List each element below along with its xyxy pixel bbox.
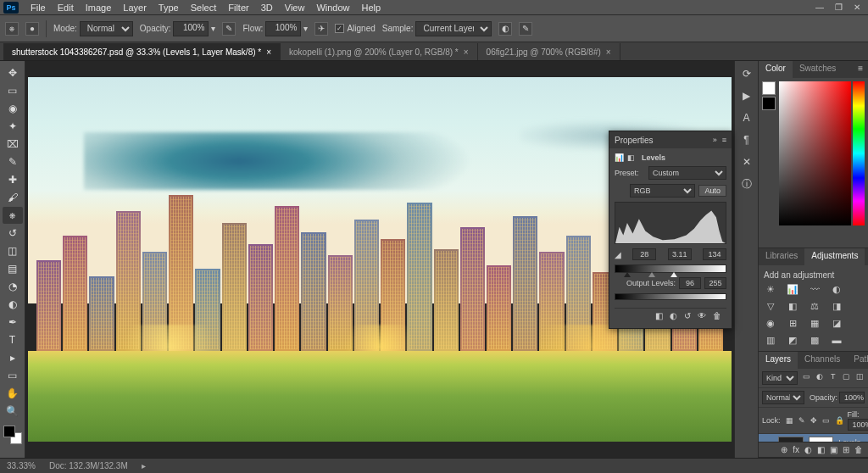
prop-footer-btn-1[interactable]: ◐ [670, 311, 677, 320]
tool-eyedropper[interactable]: ✎ [3, 153, 23, 170]
win-close-icon[interactable]: ✕ [849, 3, 865, 12]
mode-select[interactable]: Normal [80, 21, 133, 36]
layer-footer-btn-1[interactable]: fx [793, 445, 799, 454]
opacity-input[interactable]: 100% [173, 21, 209, 36]
tool-move[interactable]: ✥ [3, 64, 23, 81]
win-minimize-icon[interactable]: — [812, 3, 827, 12]
bg-swatch[interactable] [762, 97, 776, 110]
layer-footer-btn-0[interactable]: ⊕ [781, 445, 787, 454]
blend-mode-select[interactable]: Normal [762, 391, 804, 404]
input-gradient[interactable] [615, 264, 726, 273]
filter-pixel-icon[interactable]: ▭ [801, 372, 811, 384]
prop-footer-btn-0[interactable]: ◧ [655, 311, 663, 320]
tool-eraser[interactable]: ◫ [3, 242, 23, 259]
panel-info-icon[interactable]: ⓘ [739, 176, 754, 192]
tab-adjustments[interactable]: Adjustments [804, 248, 865, 265]
adj-invert-icon[interactable]: ◪ [830, 317, 843, 329]
adj-hue-icon[interactable]: ◧ [786, 300, 799, 312]
tool-type[interactable]: T [3, 331, 23, 348]
tool-hand[interactable]: ✋ [3, 385, 23, 402]
menu-edit[interactable]: Edit [53, 3, 79, 13]
tab-styles[interactable]: Styles [865, 248, 868, 265]
prop-footer-btn-3[interactable]: 👁 [698, 311, 706, 320]
layer-footer-btn-2[interactable]: ◐ [804, 445, 812, 454]
lock-pixels-icon[interactable]: ▦ [786, 416, 793, 425]
tool-path-select[interactable]: ▸ [3, 349, 23, 366]
input-white[interactable] [703, 248, 726, 260]
fg-color[interactable] [3, 426, 15, 437]
doc-size[interactable]: Doc: 132.3M/132.3M [49, 461, 128, 470]
ignore-adj-icon[interactable]: ◐ [498, 22, 512, 36]
filter-smart-icon[interactable]: ◫ [854, 372, 865, 384]
color-field[interactable] [779, 81, 851, 225]
flow-dropdown-icon[interactable]: ▾ [303, 24, 308, 33]
menu-image[interactable]: Image [81, 3, 117, 13]
lock-artboard-icon[interactable]: ▭ [822, 416, 830, 425]
preset-select[interactable]: Custom [648, 166, 726, 180]
panel-actions-icon[interactable]: ▶ [739, 88, 754, 103]
filter-shape-icon[interactable]: ▢ [842, 372, 852, 384]
tab-libraries[interactable]: Libraries [759, 248, 804, 265]
menu-filter[interactable]: Filter [223, 3, 253, 13]
menu-select[interactable]: Select [186, 3, 222, 13]
adj-lut-icon[interactable]: ▦ [808, 317, 821, 329]
tab-layers[interactable]: Layers [759, 352, 798, 369]
lock-move-icon[interactable]: ✥ [810, 416, 817, 425]
filter-type-icon[interactable]: T [828, 372, 838, 384]
filter-adj-icon[interactable]: ◐ [815, 372, 825, 384]
layer-footer-btn-4[interactable]: ▣ [830, 445, 837, 454]
tool-crop[interactable]: ⌧ [3, 136, 23, 153]
aligned-checkbox[interactable]: ✓ Aligned [335, 24, 375, 33]
panel-history-icon[interactable]: ⟳ [739, 66, 754, 81]
adj-colorbal-icon[interactable]: ⚖ [808, 300, 821, 312]
airbrush-icon[interactable]: ✈ [314, 22, 328, 36]
adj-poster-icon[interactable]: ▥ [764, 334, 777, 346]
panel-brush-settings-icon[interactable]: ✕ [739, 154, 754, 170]
layer-footer-btn-6[interactable]: 🗑 [854, 445, 863, 454]
input-mid[interactable] [668, 248, 692, 260]
panel-menu-icon[interactable]: ≡ [722, 136, 726, 144]
adj-mixer-icon[interactable]: ⊞ [786, 317, 799, 329]
layer-levels-1[interactable]: 👁📊Levels 1 [759, 434, 868, 442]
prop-footer-btn-4[interactable]: 🗑 [713, 311, 721, 320]
adj-gradmap-icon[interactable]: ▬ [830, 334, 843, 346]
document-tab-0[interactable]: shutterstock 1043386267.psd @ 33.3% (Lev… [3, 43, 281, 60]
lock-brush-icon[interactable]: ✎ [798, 416, 805, 425]
hue-slider[interactable] [853, 81, 865, 225]
menu-file[interactable]: File [25, 3, 51, 13]
tool-brush[interactable]: 🖌 [3, 189, 23, 206]
tab-swatches[interactable]: Swatches [793, 61, 843, 78]
color-swatches[interactable] [3, 426, 22, 444]
menu-window[interactable]: Window [311, 3, 354, 13]
close-icon[interactable]: × [464, 47, 469, 57]
tool-history-brush[interactable]: ↺ [3, 225, 23, 242]
panel-menu-icon[interactable]: ≡ [853, 61, 868, 78]
pressure-opacity-icon[interactable]: ✎ [222, 22, 236, 36]
tool-shape[interactable]: ▭ [3, 367, 23, 384]
collapse-icon[interactable]: » [713, 136, 717, 144]
menu-view[interactable]: View [280, 3, 310, 13]
tool-pen[interactable]: ✒ [3, 314, 23, 331]
layer-footer-btn-5[interactable]: ⊞ [843, 445, 849, 454]
sample-select[interactable]: Current Layer [415, 21, 492, 36]
adj-bw-icon[interactable]: ◨ [830, 300, 843, 312]
close-icon[interactable]: × [606, 47, 611, 57]
opacity-dropdown-icon[interactable]: ▾ [211, 24, 215, 33]
tool-marquee[interactable]: ▭ [3, 82, 23, 99]
win-restore-icon[interactable]: ❐ [831, 3, 846, 12]
tool-lasso[interactable]: ◉ [3, 100, 23, 117]
menu-type[interactable]: Type [153, 3, 184, 13]
document-tab-2[interactable]: 06fig21.jpg @ 700% (RGB/8#)× [478, 43, 620, 60]
flow-input[interactable]: 100% [265, 21, 301, 36]
tool-gradient[interactable]: ▤ [3, 260, 23, 277]
tool-clone-stamp[interactable]: ⎈ [3, 207, 23, 224]
output-black[interactable] [679, 277, 701, 289]
layer-footer-btn-3[interactable]: ◧ [817, 445, 825, 454]
zoom-level[interactable]: 33.33% [7, 461, 36, 470]
histogram[interactable] [615, 202, 726, 244]
menu-help[interactable]: Help [357, 3, 387, 13]
tool-magic-wand[interactable]: ✦ [3, 118, 23, 135]
tab-color[interactable]: Color [759, 61, 793, 78]
fg-swatch[interactable] [762, 81, 776, 95]
layer-opacity-input[interactable] [839, 392, 865, 403]
